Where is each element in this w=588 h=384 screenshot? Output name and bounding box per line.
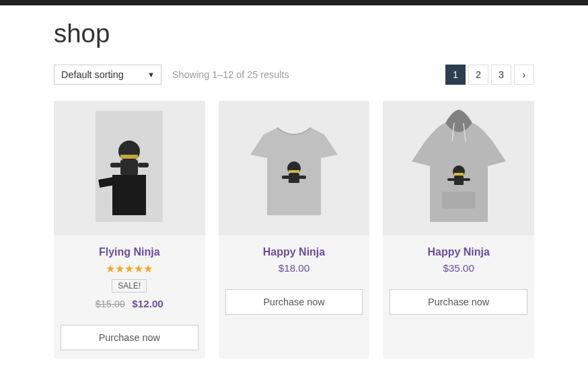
product-image-happy-ninja-hoodie <box>383 101 534 235</box>
product-card-flying-ninja: Flying Ninja ★★★★★ SALE! $15.00 $12.00 P… <box>54 101 205 358</box>
product-name-flying-ninja: Flying Ninja <box>61 246 198 258</box>
svg-rect-16 <box>454 173 464 176</box>
svg-rect-12 <box>299 176 306 179</box>
svg-rect-7 <box>138 163 149 167</box>
page-btn-3[interactable]: 3 <box>491 65 511 85</box>
flying-ninja-image <box>85 108 173 229</box>
product-info-happy-ninja-shirt: Happy Ninja $18.00 <box>219 235 370 289</box>
toolbar-left: Default sorting Popularity Price: low to… <box>54 65 289 85</box>
price-area-happy-ninja-hoodie: $35.00 <box>390 262 527 274</box>
happy-ninja-shirt-image <box>244 108 344 229</box>
sale-badge-flying-ninja: SALE! <box>112 279 147 293</box>
product-card-happy-ninja-hoodie: Happy Ninja $35.00 Purchase now <box>383 101 534 358</box>
svg-rect-10 <box>289 170 299 173</box>
svg-rect-5 <box>120 155 138 159</box>
results-count: Showing 1–12 of 25 results <box>172 69 289 80</box>
product-name-happy-ninja-shirt: Happy Ninja <box>225 246 363 258</box>
price-area-happy-ninja-shirt: $18.00 <box>225 262 363 274</box>
purchase-btn-happy-ninja-hoodie[interactable]: Purchase now <box>390 289 527 315</box>
page-btn-2[interactable]: 2 <box>468 65 488 85</box>
product-card-happy-ninja-shirt: Happy Ninja $18.00 Purchase now <box>219 101 370 358</box>
svg-rect-13 <box>442 192 476 208</box>
svg-rect-4 <box>120 160 138 175</box>
sort-select[interactable]: Default sorting Popularity Price: low to… <box>54 65 161 85</box>
svg-point-3 <box>118 141 140 162</box>
product-name-happy-ninja-hoodie: Happy Ninja <box>390 246 527 258</box>
happy-ninja-hoodie-image <box>408 104 509 232</box>
page-btn-1[interactable]: 1 <box>445 65 466 85</box>
svg-point-14 <box>453 165 465 178</box>
pagination: 1 2 3 › <box>445 65 534 85</box>
product-stars-flying-ninja: ★★★★★ <box>61 262 198 275</box>
products-grid: Flying Ninja ★★★★★ SALE! $15.00 $12.00 P… <box>54 101 534 358</box>
page-btn-next[interactable]: › <box>514 65 534 85</box>
price-area-flying-ninja: $15.00 $12.00 <box>61 298 198 310</box>
price-happy-ninja-shirt: $18.00 <box>279 262 309 274</box>
svg-rect-6 <box>110 163 121 167</box>
svg-rect-15 <box>454 176 464 185</box>
page-title: shop <box>54 19 534 48</box>
price-old-flying-ninja: $15.00 <box>96 299 125 309</box>
svg-rect-17 <box>447 178 455 181</box>
svg-rect-9 <box>289 174 299 183</box>
purchase-btn-flying-ninja[interactable]: Purchase now <box>61 325 198 350</box>
product-image-happy-ninja-shirt <box>219 101 370 235</box>
product-info-flying-ninja: Flying Ninja ★★★★★ SALE! $15.00 $12.00 <box>54 235 205 325</box>
main-container: shop Default sorting Popularity Price: l… <box>0 5 588 372</box>
svg-rect-1 <box>112 175 146 215</box>
price-happy-ninja-hoodie: $35.00 <box>443 262 474 274</box>
sort-select-wrapper[interactable]: Default sorting Popularity Price: low to… <box>54 65 161 85</box>
purchase-btn-happy-ninja-shirt[interactable]: Purchase now <box>225 289 363 315</box>
product-info-happy-ninja-hoodie: Happy Ninja $35.00 <box>383 235 534 289</box>
toolbar: Default sorting Popularity Price: low to… <box>54 65 534 85</box>
svg-rect-18 <box>463 178 470 181</box>
product-image-flying-ninja <box>54 101 205 235</box>
top-bar <box>0 0 588 5</box>
price-new-flying-ninja: $12.00 <box>132 298 163 309</box>
svg-rect-11 <box>282 176 289 179</box>
